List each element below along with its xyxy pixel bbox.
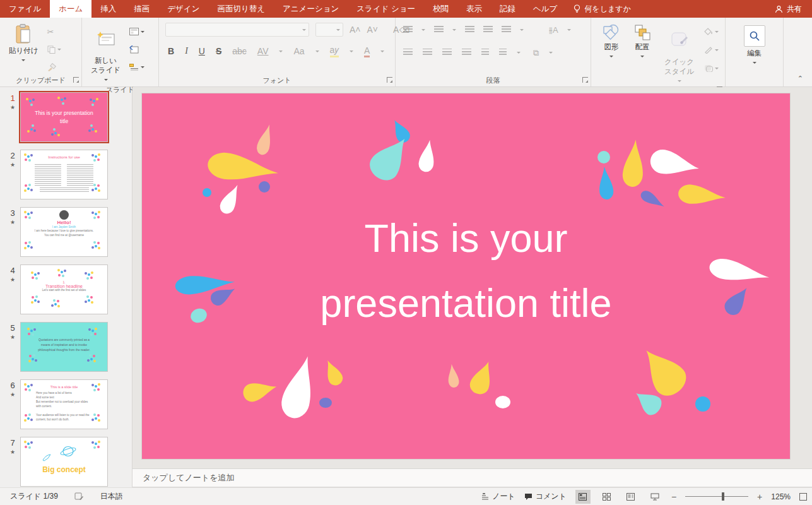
decrease-indent-button[interactable] <box>465 26 474 33</box>
slide-thumbnail-5[interactable]: Quotations are commonly printed as a mea… <box>20 322 108 372</box>
tab-slideshow[interactable]: スライド ショー <box>348 0 424 18</box>
slide-canvas[interactable]: This is your presentation title <box>132 87 812 466</box>
tab-home[interactable]: ホーム <box>50 0 91 18</box>
fit-slide-to-window-button[interactable] <box>799 493 807 501</box>
paste-button[interactable]: 貼り付け <box>4 21 44 66</box>
reset-slide-button[interactable] <box>128 43 146 56</box>
tab-animations[interactable]: アニメーション <box>274 0 348 18</box>
tab-view[interactable]: 表示 <box>457 0 491 18</box>
slide-thumbnail-2[interactable]: Instructions for use <box>20 150 108 199</box>
underline-button[interactable]: U <box>199 46 205 56</box>
font-dialog-launcher[interactable] <box>387 77 392 83</box>
quick-styles-button[interactable]: クイック スタイル <box>659 21 699 86</box>
zoom-in-button[interactable]: + <box>757 492 762 502</box>
new-slide-dropdown-caret <box>104 79 108 83</box>
increase-indent-button[interactable] <box>483 26 493 33</box>
character-spacing-button[interactable]: AV <box>257 46 269 56</box>
line-spacing-button[interactable] <box>502 26 511 33</box>
new-slide-button[interactable]: 新しい スライド <box>86 21 126 85</box>
numbering-button[interactable] <box>434 26 444 33</box>
zoom-level[interactable]: 125% <box>771 492 791 501</box>
collapse-ribbon-chevron[interactable]: ⌃ <box>797 74 803 83</box>
thumbnail-row-5: 5★ Quotations are commonly printed as a … <box>5 322 132 372</box>
copy-button[interactable] <box>46 43 62 56</box>
font-size-combobox[interactable] <box>315 23 343 37</box>
splash-decoration <box>27 328 30 330</box>
search-icon <box>744 25 765 47</box>
slide-thumbnail-6[interactable]: This is a slide title Here you have a li… <box>20 379 108 429</box>
slide-thumbnail-7[interactable]: Big concept <box>20 437 108 487</box>
justify-button[interactable] <box>462 49 471 56</box>
editing-button[interactable]: 編集 <box>739 23 770 68</box>
slide-thumbnail-3[interactable]: Hello! I am Jayden Smith I am here becau… <box>20 207 108 257</box>
notes-toggle-button[interactable]: ノート <box>481 491 515 502</box>
clipboard-dialog-launcher[interactable] <box>73 77 79 83</box>
shape-fill-button[interactable] <box>703 25 720 38</box>
tell-me-box[interactable]: 何をしますか <box>566 0 638 18</box>
tab-file[interactable]: ファイル <box>0 0 50 18</box>
tab-draw[interactable]: 描画 <box>125 0 158 18</box>
slide-thumbnail-1[interactable]: This is your presentation title <box>20 92 108 142</box>
increase-font-size-button[interactable]: A˄ <box>350 25 361 35</box>
share-button[interactable]: 共有 <box>765 0 812 18</box>
shape-outline-button[interactable] <box>703 44 720 56</box>
slide-thumbnail-4[interactable]: 1. Transition headline Let's start with … <box>20 264 108 314</box>
thumbnail-title: Transition headline <box>21 284 107 288</box>
line-spacing-caret <box>520 29 524 33</box>
tab-review[interactable]: 校閲 <box>424 0 457 18</box>
shapes-button[interactable]: 図形 <box>597 21 625 62</box>
change-case-button[interactable]: Aa <box>293 46 304 56</box>
tab-record[interactable]: 記録 <box>491 0 524 18</box>
bullets-button[interactable] <box>403 26 413 33</box>
text-shadow-button[interactable]: S <box>216 46 221 56</box>
splash-decoration <box>27 130 30 133</box>
font-color-button[interactable]: A <box>364 45 370 57</box>
arrange-button[interactable]: 配置 <box>629 21 656 62</box>
font-name-combobox[interactable] <box>165 23 309 37</box>
tab-design[interactable]: デザイン <box>158 0 208 18</box>
slide-sorter-view-button[interactable] <box>599 490 615 504</box>
text-direction-button[interactable]: ⫵A <box>549 26 558 34</box>
highlight-color-button[interactable]: a𝑦 <box>330 45 339 57</box>
splash-decoration <box>98 419 100 422</box>
columns-button[interactable] <box>481 49 489 56</box>
zoom-slider[interactable] <box>685 496 748 497</box>
zoom-out-button[interactable]: − <box>671 492 676 502</box>
current-slide[interactable]: This is your presentation title <box>142 93 790 459</box>
splash-decoration <box>93 360 96 362</box>
accessibility-icon[interactable] <box>74 492 84 501</box>
change-case-caret <box>315 50 319 54</box>
strikethrough-button[interactable]: abc <box>232 46 247 56</box>
align-left-button[interactable] <box>403 49 413 56</box>
slide-thumbnail-panel[interactable]: 1★ This is your presentation title 2★ In… <box>0 87 132 487</box>
reading-view-button[interactable] <box>623 490 638 504</box>
paragraph-dialog-launcher[interactable] <box>582 77 588 83</box>
cut-button[interactable]: ✂ <box>46 25 62 38</box>
tab-transitions[interactable]: 画面切り替え <box>208 0 274 18</box>
thumbnail-title: Hello! <box>21 220 107 225</box>
align-center-button[interactable] <box>423 49 432 56</box>
language-indicator[interactable]: 日本語 <box>100 491 123 502</box>
notes-pane[interactable]: タップしてノートを追加 <box>132 468 812 487</box>
slide-layout-button[interactable] <box>128 25 146 38</box>
tab-insert[interactable]: 挿入 <box>91 0 125 18</box>
splash-decoration <box>24 189 26 192</box>
convert-smartart-button[interactable]: ⧉ <box>533 49 539 57</box>
thumbnail-body: Quotations are commonly printed as a mea… <box>21 323 107 353</box>
align-text-button[interactable] <box>499 49 507 56</box>
align-right-button[interactable] <box>442 49 452 56</box>
comments-toggle-button[interactable]: コメント <box>524 491 567 502</box>
normal-view-button[interactable] <box>575 490 591 504</box>
decrease-font-size-button[interactable]: A˅ <box>367 25 379 35</box>
slideshow-view-button[interactable] <box>647 490 662 504</box>
splash-decoration <box>24 441 26 443</box>
bold-button[interactable]: B <box>168 46 174 56</box>
zoom-slider-handle[interactable] <box>722 492 724 501</box>
section-button[interactable] <box>128 61 146 73</box>
shape-effects-button[interactable] <box>703 62 720 74</box>
tab-help[interactable]: ヘルプ <box>524 0 566 18</box>
format-painter-button[interactable] <box>46 61 62 73</box>
font-name-caret <box>302 29 306 33</box>
slide-title-text[interactable]: This is your presentation title <box>258 206 674 335</box>
italic-button[interactable]: I <box>185 46 188 56</box>
